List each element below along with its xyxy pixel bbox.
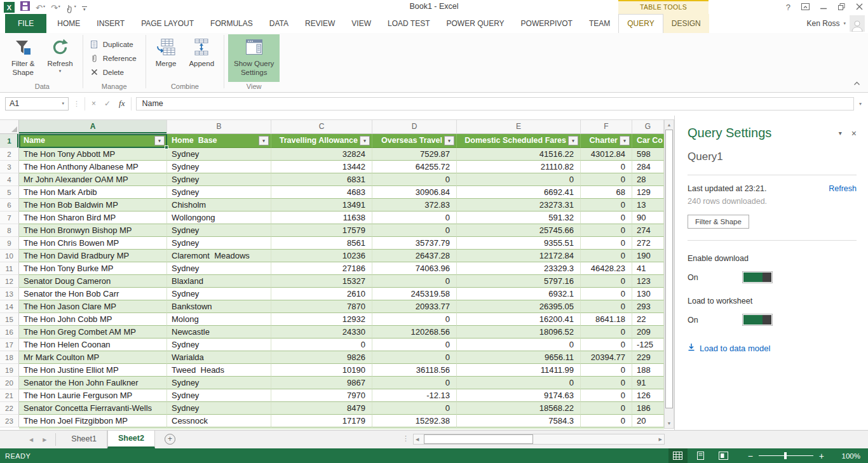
row-header-3[interactable]: 3: [0, 161, 19, 173]
new-sheet-button[interactable]: +: [165, 434, 175, 445]
cell-F5[interactable]: 68: [581, 186, 632, 199]
cell-G1[interactable]: Car Co: [632, 134, 664, 148]
cell-G5[interactable]: 129: [632, 186, 664, 199]
row-header-19[interactable]: 19: [0, 364, 19, 377]
ribbon-tab-load-test[interactable]: LOAD TEST: [379, 14, 438, 33]
column-header-C[interactable]: C: [271, 120, 372, 134]
cell-E2[interactable]: 41516.22: [457, 148, 581, 161]
scroll-up-icon[interactable]: ▲: [665, 120, 674, 130]
enable-download-toggle[interactable]: [742, 271, 773, 283]
cell-D22[interactable]: 0: [372, 402, 457, 415]
cell-C20[interactable]: 9867: [271, 377, 372, 389]
cell-D12[interactable]: 0: [372, 275, 457, 288]
cell-B1[interactable]: Home Base▾: [167, 134, 271, 148]
zoom-in-button[interactable]: +: [813, 451, 830, 461]
cell-D4[interactable]: 0: [372, 173, 457, 186]
cell-C6[interactable]: 13491: [271, 199, 372, 211]
ribbon-tab-review[interactable]: REVIEW: [297, 14, 343, 33]
select-all-corner[interactable]: [0, 120, 19, 134]
row-header-4[interactable]: 4: [0, 173, 19, 186]
cell-G21[interactable]: 126: [632, 389, 664, 402]
vertical-scrollbar[interactable]: ▲ ▼: [664, 119, 674, 429]
horizontal-scroll-thumb[interactable]: [424, 434, 533, 444]
normal-view-button[interactable]: [668, 448, 688, 463]
cell-B6[interactable]: Chisholm: [167, 199, 271, 211]
redo-icon[interactable]: ↷▾: [51, 1, 60, 13]
cell-G10[interactable]: 190: [632, 250, 664, 262]
toggle-knob[interactable]: [763, 272, 771, 282]
cell-D20[interactable]: 0: [372, 377, 457, 389]
cell-E8[interactable]: 25745.66: [457, 224, 581, 237]
undo-icon[interactable]: ↶▾: [36, 1, 45, 13]
close-icon[interactable]: [856, 1, 863, 13]
cell-D9[interactable]: 35737.79: [372, 237, 457, 250]
load-worksheet-toggle[interactable]: [742, 314, 773, 326]
cell-D21[interactable]: -12.13: [372, 389, 457, 402]
sheet-nav-left-icon[interactable]: ◀: [29, 437, 33, 443]
cell-E18[interactable]: 9656.11: [457, 351, 581, 364]
cell-D18[interactable]: 0: [372, 351, 457, 364]
cell-E13[interactable]: 6932.1: [457, 288, 581, 300]
ribbon-tab-query[interactable]: QUERY: [618, 14, 663, 33]
row-header-9[interactable]: 9: [0, 237, 19, 250]
cell-C22[interactable]: 8479: [271, 402, 372, 415]
cell-G9[interactable]: 272: [632, 237, 664, 250]
delete-button[interactable]: Delete: [87, 65, 129, 79]
page-break-preview-button[interactable]: [714, 448, 733, 463]
zoom-slider[interactable]: [759, 455, 813, 456]
cell-C17[interactable]: 0: [271, 339, 372, 351]
tab-scroll-grip[interactable]: ⋮: [402, 434, 410, 443]
load-data-model-link[interactable]: Load to data model: [688, 343, 857, 353]
account-name[interactable]: Ken Ross: [806, 19, 839, 28]
cell-E12[interactable]: 5797.16: [457, 275, 581, 288]
ribbon-tab-team[interactable]: TEAM: [581, 14, 618, 33]
cell-B21[interactable]: Sydney: [167, 389, 271, 402]
filter-shape-pane-button[interactable]: Filter & Shape: [688, 215, 749, 229]
cell-F15[interactable]: 8641.18: [581, 313, 632, 326]
cell-A23[interactable]: The Hon Joel Fitzgibbon MP: [19, 415, 167, 427]
formula-bar-input[interactable]: Name: [136, 97, 854, 111]
column-header-E[interactable]: E: [457, 120, 581, 134]
cancel-icon[interactable]: ×: [92, 99, 96, 108]
filter-shape-button[interactable]: Filter & Shape: [6, 34, 40, 82]
horizontal-scrollbar[interactable]: ◀ ▶: [413, 434, 665, 445]
ribbon-tab-powerpivot[interactable]: POWERPIVOT: [513, 14, 581, 33]
cell-C1[interactable]: Travelling Allowance▾: [271, 134, 372, 148]
cell-E10[interactable]: 12172.84: [457, 250, 581, 262]
expand-formula-bar-icon[interactable]: ▾: [854, 101, 863, 107]
refresh-button[interactable]: Refresh ▾: [41, 34, 78, 82]
row-header-15[interactable]: 15: [0, 313, 19, 326]
ribbon-tab-data[interactable]: DATA: [261, 14, 297, 33]
row-header-18[interactable]: 18: [0, 351, 19, 364]
sheet-nav-right-icon[interactable]: ▶: [43, 437, 46, 443]
cell-C3[interactable]: 13442: [271, 161, 372, 173]
cell-G6[interactable]: 13: [632, 199, 664, 211]
cell-C4[interactable]: 6831: [271, 173, 372, 186]
cell-A2[interactable]: The Hon Tony Abbott MP: [19, 148, 167, 161]
cell-B18[interactable]: Warialda: [167, 351, 271, 364]
cell-D8[interactable]: 0: [372, 224, 457, 237]
collapse-ribbon-icon[interactable]: [853, 77, 860, 88]
cell-A19[interactable]: The Hon Justine Elliot MP: [19, 364, 167, 377]
cell-C15[interactable]: 12932: [271, 313, 372, 326]
cell-E21[interactable]: 9174.63: [457, 389, 581, 402]
row-header-17[interactable]: 17: [0, 339, 19, 351]
filter-button-D[interactable]: ▾: [444, 136, 454, 145]
cell-C13[interactable]: 2610: [271, 288, 372, 300]
cell-F2[interactable]: 43012.84: [581, 148, 632, 161]
cell-C21[interactable]: 7970: [271, 389, 372, 402]
pane-menu-caret-icon[interactable]: ▾: [839, 130, 842, 137]
cell-F8[interactable]: 0: [581, 224, 632, 237]
sheet-tab-sheet1[interactable]: Sheet1: [61, 431, 107, 448]
scroll-down-icon[interactable]: ▼: [665, 419, 674, 428]
cell-A18[interactable]: Mr Mark Coulton MP: [19, 351, 167, 364]
cell-D1[interactable]: Overseas Travel▾: [372, 134, 457, 148]
cell-D10[interactable]: 26437.28: [372, 250, 457, 262]
cell-B17[interactable]: Sydney: [167, 339, 271, 351]
cell-F13[interactable]: 0: [581, 288, 632, 300]
toggle-knob[interactable]: [763, 315, 771, 325]
cell-A8[interactable]: The Hon Bronwyn Bishop MP: [19, 224, 167, 237]
cell-E4[interactable]: 0: [457, 173, 581, 186]
page-layout-view-button[interactable]: [691, 448, 710, 463]
cell-B23[interactable]: Cessnock: [167, 415, 271, 427]
